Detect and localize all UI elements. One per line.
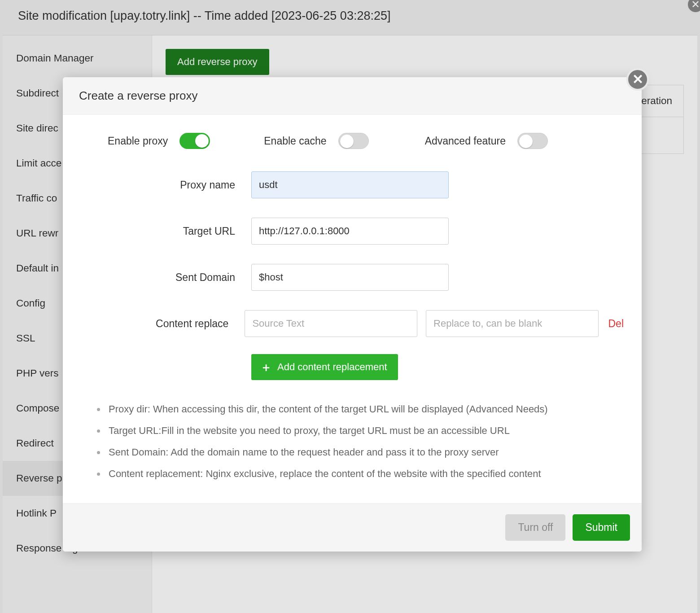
help-item: Sent Domain: Add the domain name to the … — [106, 447, 624, 458]
help-item: Content replacement: Nginx exclusive, re… — [106, 468, 624, 480]
target-url-input[interactable] — [251, 218, 449, 245]
advanced-feature-label: Advanced feature — [425, 135, 506, 147]
replace-to-input[interactable] — [426, 310, 598, 337]
proxy-name-label: Proxy name — [81, 179, 251, 191]
help-item: Proxy dir: When accessing this dir, the … — [106, 403, 624, 415]
close-icon[interactable]: ✕ — [626, 68, 649, 91]
target-url-label: Target URL — [81, 225, 251, 237]
enable-proxy-toggle[interactable] — [179, 133, 210, 149]
create-reverse-proxy-modal: ✕ Create a reverse proxy Enable proxy En… — [63, 77, 642, 552]
content-replace-label: Content replace — [81, 318, 245, 330]
enable-cache-label: Enable cache — [264, 135, 326, 147]
submit-button[interactable]: Submit — [573, 514, 630, 541]
enable-cache-toggle[interactable] — [338, 133, 369, 149]
sent-domain-input[interactable] — [251, 264, 449, 291]
advanced-feature-toggle[interactable] — [517, 133, 548, 149]
modal-footer: Turn off Submit — [63, 503, 642, 552]
delete-replacement-link[interactable]: Del — [608, 318, 624, 330]
add-cr-label: Add content replacement — [277, 361, 387, 373]
proxy-name-input[interactable] — [251, 171, 449, 198]
plus-icon: ＋ — [260, 361, 272, 373]
help-text: Proxy dir: When accessing this dir, the … — [81, 403, 624, 480]
help-item: Target URL:Fill in the website you need … — [106, 425, 624, 437]
add-content-replacement-button[interactable]: ＋ Add content replacement — [251, 354, 398, 380]
turn-off-button[interactable]: Turn off — [505, 514, 565, 541]
sent-domain-label: Sent Domain — [81, 271, 251, 284]
modal-title: Create a reverse proxy — [63, 77, 642, 115]
source-text-input[interactable] — [245, 310, 417, 337]
enable-proxy-label: Enable proxy — [108, 135, 168, 147]
